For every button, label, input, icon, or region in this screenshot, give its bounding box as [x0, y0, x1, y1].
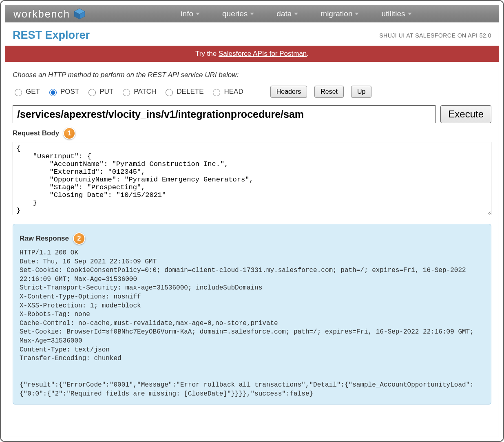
nav-queries[interactable]: queries: [222, 9, 254, 18]
method-delete-label: DELETE: [177, 88, 203, 96]
method-get-label: GET: [26, 88, 40, 96]
chevron-down-icon: [196, 13, 200, 15]
nav-utilities[interactable]: utilities: [381, 9, 411, 18]
nav-migration-label: migration: [321, 9, 352, 18]
method-get-radio[interactable]: [15, 89, 22, 96]
method-delete[interactable]: DELETE: [164, 88, 203, 96]
callout-1: 1: [63, 127, 75, 139]
http-method-row: GET POST PUT PATCH DELETE HEAD Headers R…: [13, 86, 491, 98]
method-put[interactable]: PUT: [86, 88, 113, 96]
reset-button[interactable]: Reset: [314, 86, 344, 98]
chevron-down-icon: [294, 13, 298, 15]
method-patch[interactable]: PATCH: [121, 88, 156, 96]
request-body-textarea[interactable]: [13, 142, 491, 215]
chevron-down-icon: [408, 13, 412, 15]
method-get[interactable]: GET: [13, 88, 40, 96]
nav-data-label: data: [276, 9, 292, 18]
brand: workbench: [13, 8, 86, 20]
method-post-label: POST: [60, 88, 79, 96]
method-put-radio[interactable]: [88, 89, 96, 96]
chevron-down-icon: [355, 13, 359, 15]
method-put-label: PUT: [99, 88, 113, 96]
method-head-label: HEAD: [224, 88, 243, 96]
instruction-text: Choose an HTTP method to perform on the …: [13, 71, 491, 79]
session-info: SHUJI UI AT SALESFORCE ON API 52.0: [379, 32, 491, 39]
method-post[interactable]: POST: [47, 88, 79, 96]
top-nav: workbench info queries data migration ut…: [5, 5, 499, 22]
method-post-radio[interactable]: [49, 89, 57, 96]
banner-prefix: Try the: [195, 50, 219, 57]
nav-migration[interactable]: migration: [321, 9, 359, 18]
up-button[interactable]: Up: [351, 86, 371, 98]
method-patch-radio[interactable]: [123, 89, 130, 96]
headers-button[interactable]: Headers: [270, 86, 307, 98]
response-panel: Raw Response 2 HTTP/1.1 200 OK Date: Thu…: [13, 224, 491, 404]
raw-response-text: HTTP/1.1 200 OK Date: Thu, 16 Sep 2021 2…: [20, 249, 484, 398]
method-patch-label: PATCH: [134, 88, 156, 96]
banner-suffix: .: [307, 50, 309, 57]
nav-data[interactable]: data: [276, 9, 298, 18]
banner-link[interactable]: Salesforce APIs for Postman: [219, 50, 307, 57]
nav-utilities-label: utilities: [381, 9, 405, 18]
request-body-header: Request Body 1: [13, 127, 491, 139]
execute-button[interactable]: Execute: [440, 105, 491, 123]
brand-text: workbench: [13, 8, 70, 20]
nav-info-label: info: [181, 9, 193, 18]
raw-response-header: Raw Response 2: [20, 232, 484, 245]
promo-banner: Try the Salesforce APIs for Postman.: [5, 46, 499, 62]
nav-info[interactable]: info: [181, 9, 200, 18]
page-title: REST Explorer: [13, 29, 90, 42]
method-delete-radio[interactable]: [166, 89, 173, 96]
callout-2: 2: [73, 232, 85, 245]
raw-response-label: Raw Response: [20, 234, 69, 243]
uri-input[interactable]: [13, 105, 435, 123]
method-head-radio[interactable]: [213, 89, 220, 96]
method-head[interactable]: HEAD: [211, 88, 243, 96]
nav-queries-label: queries: [222, 9, 248, 18]
chevron-down-icon: [250, 13, 254, 15]
request-body-label: Request Body: [13, 129, 59, 137]
cube-icon: [73, 8, 86, 20]
